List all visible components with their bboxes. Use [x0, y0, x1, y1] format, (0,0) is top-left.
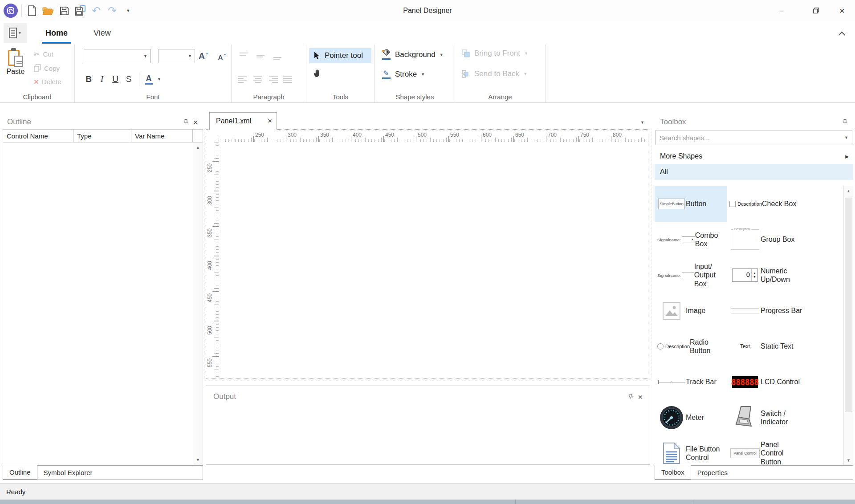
toolbox-item-lcd-control[interactable]: 888888 LCD Control: [727, 364, 843, 400]
ruler-major-tick: [212, 356, 219, 357]
ribbon-group-tools: Pointer tool Tools: [306, 45, 375, 102]
grow-font-button[interactable]: A ▲: [196, 49, 211, 63]
align-left-button[interactable]: [238, 76, 248, 83]
hand-tool-button[interactable]: [310, 66, 324, 80]
status-bar: Ready: [0, 483, 855, 500]
bold-button[interactable]: B: [82, 72, 95, 86]
delete-icon: ×: [34, 79, 39, 85]
search-input[interactable]: [656, 134, 844, 142]
tab-properties[interactable]: Properties: [691, 466, 734, 480]
scroll-up-icon[interactable]: ▲: [844, 186, 853, 196]
toolbox-panel-title: Toolbox: [660, 118, 686, 126]
pointer-tool-button[interactable]: Pointer tool: [309, 48, 371, 63]
scissors-icon: ✂: [34, 50, 40, 58]
app-menu-button[interactable]: ▼: [4, 23, 27, 43]
chevron-down-icon[interactable]: ▼: [844, 135, 848, 140]
document-tab-panel1[interactable]: Panel1.xml ×: [209, 112, 277, 130]
radio-preview: [657, 343, 664, 350]
cut-button[interactable]: ✂ Cut: [32, 49, 63, 59]
toolbox-item-group-box[interactable]: Description Group Box: [727, 222, 843, 257]
checkbox-preview: [729, 201, 736, 207]
toolbox-item-image[interactable]: Image: [655, 293, 727, 329]
ruler-major-tick: [253, 136, 254, 142]
delete-button[interactable]: × Delete: [32, 77, 63, 86]
scroll-down-icon[interactable]: ▼: [844, 455, 853, 465]
app-menu-icon: [9, 28, 17, 38]
chevron-down-icon: ▼: [640, 120, 644, 125]
toolbox-item-button[interactable]: SimpleButton Button: [655, 186, 727, 222]
minimize-button[interactable]: –: [769, 0, 794, 21]
toolbox-scrollbar[interactable]: ▲ ▼: [843, 186, 853, 465]
pin-icon[interactable]: [181, 117, 191, 127]
toolbox-item-panel-control-button[interactable]: Panel Control Panel Control Button: [727, 435, 843, 465]
tab-view[interactable]: View: [87, 21, 117, 45]
tab-symbol-explorer[interactable]: Symbol Explorer: [37, 466, 99, 480]
close-tab-icon[interactable]: ×: [268, 117, 272, 126]
outline-panel-header: Outline ×: [3, 115, 203, 129]
toolbox-item-static-text[interactable]: Text Static Text: [727, 329, 843, 364]
ruler-label: 300: [288, 132, 297, 138]
document-list-dropdown[interactable]: ▼: [640, 118, 644, 126]
toolbox-item-track-bar[interactable]: Track Bar: [655, 364, 727, 400]
toolbox-item-check-box[interactable]: Description Check Box: [727, 186, 843, 222]
scroll-down-icon[interactable]: ▼: [193, 455, 203, 465]
column-header-var-name[interactable]: Var Name: [131, 130, 193, 142]
column-header-control-name[interactable]: Control Name: [3, 130, 73, 142]
scroll-up-icon[interactable]: ▲: [193, 142, 203, 152]
close-window-button[interactable]: ×: [829, 0, 855, 21]
hand-icon: [313, 69, 322, 78]
align-center-button[interactable]: [253, 76, 263, 83]
tab-outline[interactable]: Outline: [3, 465, 37, 480]
group-label-clipboard: Clipboard: [0, 93, 74, 101]
font-color-dropdown[interactable]: ▼: [157, 77, 161, 81]
outline-scrollbar[interactable]: ▲ ▼: [193, 142, 203, 465]
design-surface[interactable]: 250300350400450500550600650700750800 250…: [206, 129, 650, 378]
ruler-major-tick: [286, 136, 286, 142]
filter-all-item[interactable]: All: [655, 164, 853, 180]
justify-button[interactable]: [283, 76, 293, 83]
collapse-ribbon-button[interactable]: [836, 29, 847, 40]
toolbox-item-input-output-box[interactable]: Signalname: Input/​Output Box: [655, 257, 727, 293]
tab-toolbox[interactable]: Toolbox: [655, 465, 691, 480]
font-size-select[interactable]: ▼: [159, 49, 195, 63]
scrollbar-thumb[interactable]: [845, 198, 852, 412]
design-canvas[interactable]: [219, 142, 649, 377]
close-icon[interactable]: ×: [191, 117, 200, 127]
background-button[interactable]: Background ▼: [381, 49, 444, 60]
bring-to-front-button[interactable]: Bring to Front ▼: [461, 49, 528, 58]
toolbox-item-file-button-control[interactable]: File Button Control: [655, 435, 727, 465]
send-to-back-button[interactable]: Send to Back ▼: [461, 69, 527, 78]
toolbox-item-numeric-up-down[interactable]: 0▲▼ Numeric Up/Down: [727, 257, 843, 293]
align-bottom-button[interactable]: [273, 53, 283, 60]
group-label-tools: Tools: [306, 93, 375, 101]
toolbox-item-radio-button[interactable]: Description Radio Button: [655, 329, 727, 364]
button-preview: SimpleButton: [658, 199, 685, 209]
align-right-button[interactable]: [268, 76, 278, 83]
font-color-button[interactable]: A: [143, 74, 155, 85]
close-icon[interactable]: ×: [635, 392, 645, 402]
pin-icon[interactable]: [840, 117, 850, 127]
italic-button[interactable]: I: [95, 72, 109, 86]
paste-button[interactable]: Paste: [3, 48, 28, 76]
align-middle-button[interactable]: [256, 53, 266, 60]
outline-list[interactable]: ▲ ▼: [3, 142, 203, 465]
underline-button[interactable]: U: [109, 72, 122, 86]
align-top-button[interactable]: [240, 53, 249, 60]
toolbox-item-meter[interactable]: Meter: [655, 400, 727, 435]
ruler-major-tick: [416, 136, 416, 142]
font-family-select[interactable]: ▼: [84, 49, 151, 63]
more-shapes-item[interactable]: More Shapes ▶: [655, 149, 853, 164]
pin-icon[interactable]: [626, 392, 635, 402]
toolbox-item-progress-bar[interactable]: Progress Bar: [727, 293, 843, 329]
strikethrough-button[interactable]: S: [122, 72, 135, 86]
toolbox-search-box[interactable]: ▼: [656, 130, 852, 145]
tab-home[interactable]: Home: [39, 21, 74, 45]
shrink-font-button[interactable]: A ▼: [215, 50, 230, 64]
restore-button[interactable]: [803, 0, 829, 21]
toolbox-item-switch-indicator[interactable]: Switch / Indicator: [727, 400, 843, 435]
toolbox-item-combo-box[interactable]: Signalname:▼ Combo Box: [655, 222, 727, 257]
copy-button[interactable]: Copy: [32, 63, 63, 73]
column-header-type[interactable]: Type: [73, 130, 131, 142]
stroke-button[interactable]: ✎ Stroke ▼: [381, 69, 425, 79]
output-panel-header: Output ×: [206, 386, 650, 405]
